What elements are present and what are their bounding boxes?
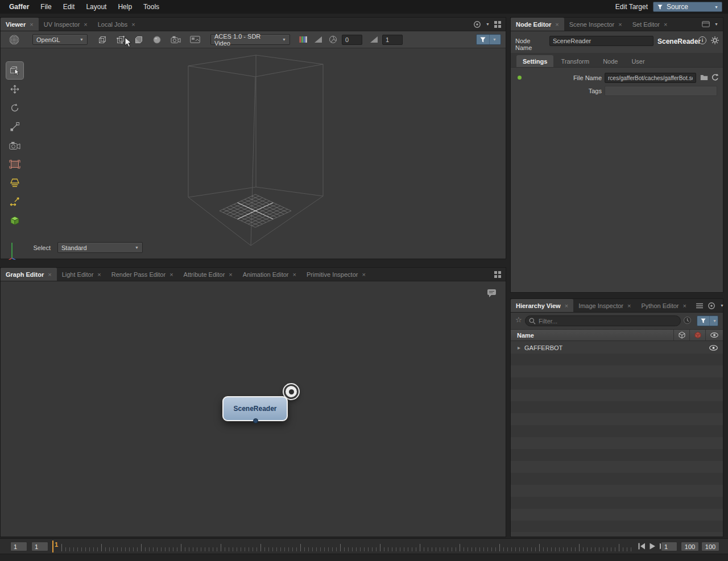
tab-node-editor[interactable]: Node Editor × [511, 18, 564, 31]
play-icon[interactable] [649, 543, 656, 550]
gamma-ramp-icon[interactable] [370, 36, 378, 43]
visibility-eye-column-icon[interactable] [705, 330, 723, 340]
menu-edit[interactable]: Edit [57, 3, 81, 11]
name-column-header[interactable]: Name [511, 332, 534, 339]
skip-to-start-icon[interactable] [638, 543, 646, 550]
tab-primitive-inspector[interactable]: Primitive Inspector × [301, 268, 371, 281]
tab-hierarchy-view[interactable]: Hierarchy View × [511, 299, 573, 312]
chevron-down-icon[interactable]: ▼ [714, 22, 718, 26]
trackball-icon[interactable] [9, 34, 20, 45]
camera-icon[interactable] [171, 36, 181, 44]
histogram-icon[interactable] [315, 36, 322, 43]
expand-arrow-icon[interactable]: ▸ [511, 344, 520, 351]
scale-tool-button[interactable] [6, 118, 23, 135]
node-name-input[interactable] [549, 36, 653, 46]
scene-reader-node[interactable]: SceneReader [222, 396, 288, 421]
aperture-icon[interactable] [329, 35, 337, 44]
chevron-down-icon[interactable]: ▼ [720, 304, 724, 307]
select-tool-button[interactable] [6, 62, 23, 79]
renderer-dropdown[interactable]: OpenGL ▼ [32, 34, 88, 45]
tab-settings[interactable]: Settings [516, 55, 553, 67]
node-focus-plug[interactable] [284, 384, 299, 399]
close-icon[interactable]: × [627, 302, 631, 309]
visibility-eye-icon[interactable] [709, 345, 718, 351]
display-transform-dropdown[interactable]: ACES 1.0 - SDR Video ▼ [210, 34, 290, 45]
hierarchy-row-gafferbot[interactable]: ▸ GAFFERBOT [511, 342, 723, 354]
node-output-plug[interactable] [253, 418, 258, 423]
close-icon[interactable]: × [30, 21, 33, 28]
gear-icon[interactable] [710, 36, 719, 45]
tab-graph-editor[interactable]: Graph Editor × [1, 268, 57, 281]
filter-search-box[interactable] [525, 315, 681, 326]
follow-selection-icon[interactable] [702, 21, 710, 27]
close-icon[interactable]: × [664, 21, 667, 28]
annotation-icon[interactable] [487, 288, 497, 298]
close-icon[interactable]: × [362, 271, 365, 278]
menu-gaffer[interactable]: Gaffer [0, 3, 35, 11]
tags-input[interactable] [605, 86, 717, 96]
tab-light-editor[interactable]: Light Editor × [57, 268, 106, 281]
chevron-down-icon[interactable]: ▼ [486, 22, 490, 26]
focus-target-icon[interactable] [473, 20, 481, 28]
points-cube-icon[interactable] [116, 35, 125, 44]
viewport-3d[interactable] [1, 18, 507, 260]
timeline-start-frame-field[interactable]: 1 [10, 542, 27, 551]
close-icon[interactable]: × [131, 21, 135, 28]
tab-scene-inspector[interactable]: Scene Inspector × [564, 18, 627, 31]
close-icon[interactable]: × [229, 271, 232, 278]
tab-attribute-editor[interactable]: Attribute Editor × [179, 268, 238, 281]
camera-tool-button[interactable] [6, 137, 23, 154]
timeline-playback-end-field[interactable]: 100 [701, 542, 719, 551]
tab-animation-editor[interactable]: Animation Editor × [238, 268, 301, 281]
layout-grid-icon[interactable] [494, 21, 501, 28]
menu-layout[interactable]: Layout [80, 3, 112, 11]
reload-icon[interactable] [711, 73, 719, 81]
rotate-tool-button[interactable] [6, 99, 23, 117]
edit-target-selector[interactable]: Source ▼ [653, 2, 722, 12]
layout-grid-icon[interactable] [494, 271, 501, 278]
light-position-tool-button[interactable] [6, 193, 23, 210]
close-icon[interactable]: × [293, 271, 296, 278]
menu-file[interactable]: File [35, 3, 57, 11]
shaded-cube-icon[interactable] [134, 35, 143, 44]
menu-tools[interactable]: Tools [138, 3, 165, 11]
sphere-icon[interactable] [152, 35, 162, 44]
close-icon[interactable]: × [97, 271, 101, 278]
close-icon[interactable]: × [169, 271, 173, 278]
tab-transform[interactable]: Transform [555, 55, 595, 67]
filter-input[interactable] [539, 318, 677, 325]
scene-cube-tool-button[interactable] [6, 212, 23, 229]
viewer-edit-scope-button[interactable]: ▼ [476, 34, 501, 45]
playhead-marker[interactable] [52, 541, 53, 552]
tab-local-jobs[interactable]: Local Jobs × [93, 18, 140, 31]
tab-node[interactable]: Node [597, 55, 624, 67]
render-image-icon[interactable] [190, 36, 200, 43]
close-icon[interactable]: × [84, 21, 87, 28]
gamma-input[interactable] [382, 35, 403, 45]
tab-user[interactable]: User [625, 55, 651, 67]
bookmark-star-icon[interactable]: ☆ [515, 315, 522, 324]
file-name-input[interactable] [605, 73, 696, 83]
history-icon[interactable] [683, 316, 692, 325]
close-icon[interactable]: × [618, 21, 622, 28]
timeline-end-frame-field[interactable]: 100 [681, 542, 699, 551]
info-icon[interactable]: i [698, 36, 706, 44]
tab-set-editor[interactable]: Set Editor × [627, 18, 673, 31]
exclusion-cube-column-icon[interactable] [689, 330, 705, 340]
close-icon[interactable]: × [555, 21, 559, 28]
wireframe-cube-icon[interactable] [98, 35, 107, 44]
focus-target-icon[interactable] [708, 302, 715, 310]
hierarchy-edit-scope-button[interactable]: ▼ [697, 315, 718, 326]
scene-cube-column-icon[interactable] [673, 330, 689, 340]
close-icon[interactable]: × [565, 302, 568, 309]
close-icon[interactable]: × [682, 302, 686, 309]
exposure-input[interactable] [342, 35, 362, 45]
tab-python-editor[interactable]: Python Editor × [636, 299, 691, 312]
light-tool-button[interactable] [6, 174, 23, 192]
folder-icon[interactable] [700, 74, 708, 81]
tab-render-pass-editor[interactable]: Render Pass Editor × [106, 268, 179, 281]
menu-help[interactable]: Help [112, 3, 138, 11]
menu-hamburger-icon[interactable] [696, 303, 703, 309]
crop-window-tool-button[interactable] [6, 156, 23, 173]
select-mode-dropdown[interactable]: Standard ▼ [57, 242, 143, 253]
